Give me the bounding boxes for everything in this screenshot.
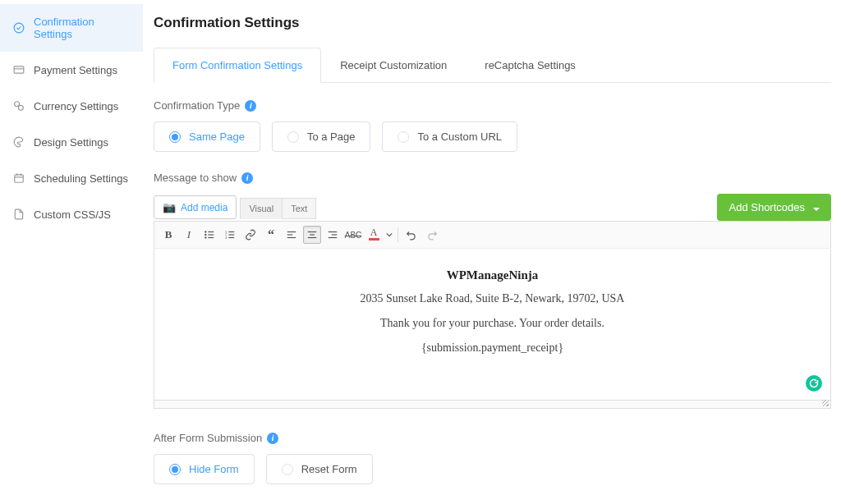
sidebar-item-currency[interactable]: Currency Settings — [0, 88, 143, 124]
sidebar-item-design[interactable]: Design Settings — [0, 124, 143, 160]
currency-icon — [12, 99, 25, 112]
confirmation-type-group: Same Page To a Page To a Custom URL — [154, 121, 831, 152]
editor-line: {submission.payment_receipt} — [164, 341, 820, 355]
sidebar-item-label: Currency Settings — [34, 100, 118, 112]
file-icon — [12, 208, 25, 221]
text-color-icon[interactable]: A — [365, 226, 383, 244]
radio-dot-icon — [287, 131, 299, 143]
editor-toolbar: B I 123 “ ABC A — [154, 221, 831, 249]
text-tab[interactable]: Text — [283, 198, 316, 219]
svg-point-0 — [14, 23, 24, 33]
svg-rect-5 — [15, 175, 24, 182]
after-submission-group: Hide Form Reset Form — [154, 454, 831, 484]
undo-icon[interactable] — [402, 226, 420, 244]
calendar-icon — [12, 172, 25, 185]
svg-point-11 — [205, 234, 206, 235]
strikethrough-icon[interactable]: ABC — [344, 226, 362, 244]
quote-icon[interactable]: “ — [262, 226, 280, 244]
redo-icon[interactable] — [423, 226, 441, 244]
sidebar-item-label: Scheduling Settings — [34, 172, 128, 185]
svg-text:3: 3 — [225, 236, 227, 240]
editor-resize-handle[interactable] — [154, 401, 831, 409]
sidebar-item-label: Custom CSS/JS — [34, 208, 111, 221]
radio-to-page[interactable]: To a Page — [272, 121, 371, 152]
add-shortcodes-button[interactable]: Add Shortcodes — [717, 194, 831, 221]
after-submission-label: After Form Submission i — [154, 432, 831, 444]
align-right-icon[interactable] — [324, 226, 342, 244]
message-label: Message to show i — [154, 172, 831, 184]
credit-card-icon — [12, 63, 25, 76]
radio-dot-icon — [398, 131, 409, 143]
palette-icon — [12, 135, 25, 149]
radio-same-page[interactable]: Same Page — [154, 121, 260, 152]
sidebar-item-confirmation[interactable]: Confirmation Settings — [0, 4, 143, 52]
grammarly-icon[interactable] — [806, 375, 822, 392]
settings-tabs: Form Confirmation Settings Receipt Custo… — [154, 48, 831, 83]
info-icon[interactable]: i — [267, 433, 278, 444]
svg-point-4 — [18, 105, 23, 110]
radio-custom-url[interactable]: To a Custom URL — [382, 121, 517, 152]
add-media-button[interactable]: 📷 Add media — [154, 195, 237, 219]
check-circle-icon — [12, 21, 25, 34]
sidebar-item-scheduling[interactable]: Scheduling Settings — [0, 160, 143, 196]
chevron-down-icon — [813, 201, 820, 213]
radio-dot-icon — [169, 131, 181, 143]
media-icon: 📷 — [163, 201, 176, 213]
sidebar-item-label: Design Settings — [34, 136, 108, 149]
editor-body[interactable]: WPManageNinja 2035 Sunset Lake Road, Sui… — [154, 249, 831, 401]
radio-hide-form[interactable]: Hide Form — [154, 454, 255, 484]
separator — [398, 227, 398, 242]
tab-form-confirmation[interactable]: Form Confirmation Settings — [154, 48, 321, 83]
sidebar-item-custom[interactable]: Custom CSS/JS — [0, 196, 143, 232]
main-content: Confirmation Settings Form Confirmation … — [144, 0, 841, 504]
link-icon[interactable] — [241, 226, 260, 244]
info-icon[interactable]: i — [245, 100, 256, 112]
align-left-icon[interactable] — [283, 226, 301, 244]
visual-tab[interactable]: Visual — [240, 198, 283, 219]
svg-point-3 — [15, 102, 20, 107]
bold-icon[interactable]: B — [159, 226, 177, 244]
sidebar: Confirmation Settings Payment Settings C… — [0, 0, 144, 504]
svg-rect-1 — [14, 66, 24, 73]
sidebar-item-payment[interactable]: Payment Settings — [0, 52, 143, 88]
sidebar-item-label: Confirmation Settings — [34, 16, 131, 40]
number-list-icon[interactable]: 123 — [221, 226, 239, 244]
bullet-list-icon[interactable] — [200, 226, 218, 244]
svg-point-9 — [205, 231, 206, 232]
svg-point-13 — [205, 237, 206, 238]
tab-receipt-customization[interactable]: Receipt Customization — [321, 48, 466, 83]
align-center-icon[interactable] — [303, 226, 321, 244]
editor-line: 2035 Sunset Lake Road, Suite B-2, Newark… — [164, 292, 820, 305]
radio-dot-icon — [169, 464, 181, 475]
confirmation-type-label: Confirmation Type i — [154, 99, 831, 112]
text-color-dropdown-icon[interactable] — [385, 226, 393, 244]
radio-reset-form[interactable]: Reset Form — [266, 454, 373, 484]
sidebar-item-label: Payment Settings — [34, 64, 117, 76]
info-icon[interactable]: i — [241, 172, 253, 184]
page-title: Confirmation Settings — [154, 15, 831, 31]
tab-recaptcha[interactable]: reCaptcha Settings — [466, 48, 595, 83]
editor-line: Thank you for your purchase. Your order … — [164, 317, 820, 330]
editor-heading: WPManageNinja — [164, 268, 820, 282]
radio-dot-icon — [282, 464, 293, 475]
italic-icon[interactable]: I — [180, 226, 198, 244]
